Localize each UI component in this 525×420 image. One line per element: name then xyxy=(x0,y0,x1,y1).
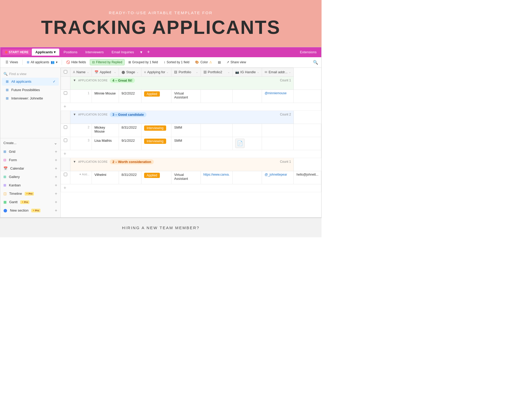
sidebar-create-grid[interactable]: ⊞ Grid + xyxy=(0,148,60,156)
sidebar-item-all-applicants[interactable]: ⊞ All applicants ✓ xyxy=(2,78,59,86)
table-row[interactable]: 1 Minnie Mouse 9/2/2022 Applied Virtual … xyxy=(61,90,321,103)
calendar-create-icon: 📅 xyxy=(3,166,8,170)
table-row[interactable]: 3 Lisa Mathis 9/1/2022 Interviewing SMM … xyxy=(61,137,321,150)
table-row[interactable]: ✦ Add... Vilhelmi 8/31/2022 Applied Virt… xyxy=(61,171,321,184)
sidebar-item-interviewer[interactable]: ⊞ Interviewer: Johnette xyxy=(2,94,59,102)
row-checkbox-cell[interactable] xyxy=(61,124,70,137)
row-height-button[interactable]: ▤ xyxy=(216,59,223,65)
add-row-cell[interactable]: + xyxy=(61,184,321,192)
row-applied: 8/31/2022 xyxy=(119,171,141,184)
applicants-table: A Name ⌄ 📅 Applied ⌄ xyxy=(61,68,321,192)
group-toggle-icon[interactable]: ▼ xyxy=(73,78,76,82)
row-checkbox-cell[interactable] xyxy=(61,137,70,150)
filter-button[interactable]: ⊟ Filtered by Replied xyxy=(90,59,125,65)
add-row-cell[interactable]: + xyxy=(61,103,321,111)
stage-col-icon: ⬤ xyxy=(122,70,125,74)
th-checkbox[interactable] xyxy=(61,68,70,76)
footer-text: HIRING A NEW TEAM MEMBER? xyxy=(5,225,316,230)
th-applying-for: ≡ Applying for ⌄ xyxy=(141,68,171,76)
tab-positions[interactable]: Positions xyxy=(60,49,81,56)
group-toggle-icon[interactable]: ▼ xyxy=(73,160,76,164)
add-row-cell[interactable]: + xyxy=(61,150,321,158)
group-count: Count 1 xyxy=(280,78,291,82)
grid-create-label: Grid xyxy=(9,150,15,154)
sidebar-create-kanban[interactable]: ⊞ Kanban + xyxy=(0,181,60,190)
portfolio2-sort-arrow: ⌄ xyxy=(228,71,230,74)
sidebar-create-calendar[interactable]: 📅 Calendar + xyxy=(0,164,60,173)
row-stage: Interviewing xyxy=(141,137,171,150)
gantt-plus-icon: + xyxy=(55,200,57,204)
tab-interviewers-label: Interviewers xyxy=(85,50,104,54)
tab-add-button[interactable]: + xyxy=(145,48,152,56)
hide-fields-button[interactable]: 🚫 Hide fields xyxy=(64,59,88,65)
table-scroll[interactable]: A Name ⌄ 📅 Applied ⌄ xyxy=(61,68,321,217)
row-checkbox[interactable] xyxy=(64,125,67,129)
stage-badge: Applied xyxy=(144,173,160,178)
color-button[interactable]: 🎨 Color ⚠ xyxy=(193,59,214,65)
gantt-create-label: Gantt xyxy=(9,200,18,204)
start-dot xyxy=(5,51,8,54)
filter-icon: ⊟ xyxy=(92,60,95,64)
row-checkbox-cell[interactable] xyxy=(61,171,70,184)
people-icon: 👥 xyxy=(51,60,55,64)
gallery-create-label: Gallery xyxy=(9,175,20,179)
add-row[interactable]: + xyxy=(61,150,321,158)
sidebar-view-all-label: All applicants xyxy=(11,80,32,83)
all-applicants-button[interactable]: ⊞ All applicants 👥 ▾ xyxy=(25,59,60,65)
sidebar-create-new-section[interactable]: ⬤ New section ✦Pro + xyxy=(0,206,60,215)
tab-applicants[interactable]: Applicants ▾ xyxy=(32,49,59,56)
search-button[interactable]: 🔍 xyxy=(313,60,318,65)
form-plus-icon: + xyxy=(55,158,57,162)
row-applying-for: Virtual Assistant xyxy=(171,171,201,184)
stage-sort-arrow: ⌄ xyxy=(136,71,139,74)
sidebar-search-label: Find a view xyxy=(9,72,27,76)
search-icon: 🔍 xyxy=(3,72,8,76)
sidebar-item-future[interactable]: ⊞ Future Possibilities xyxy=(2,86,59,94)
sidebar-create-gantt[interactable]: ▦ Gantt ✦Pro + xyxy=(0,198,60,206)
hero-section: READY-TO-USE AIRTABLE TEMPLATE FOR TRACK… xyxy=(0,0,322,47)
group-header-cell-content: ▼ APPLICATION SCORE 3 – Good candidate C… xyxy=(70,111,294,124)
all-applicants-arrow: ▾ xyxy=(56,60,57,64)
group-button[interactable]: ⊞ Grouped by 1 field xyxy=(126,59,160,65)
row-checkbox[interactable] xyxy=(64,139,67,142)
row-height-icon: ▤ xyxy=(218,60,221,64)
th-portfolio: 🖼 Portfolio ⌄ xyxy=(171,68,201,76)
row-name: Mickey Mouse xyxy=(92,124,119,137)
add-row[interactable]: + xyxy=(61,103,321,111)
sidebar-search[interactable]: 🔍 Find a view xyxy=(0,70,60,77)
group-toggle-icon[interactable]: ▼ xyxy=(73,113,76,116)
grid-icon-3: ⊞ xyxy=(5,96,9,101)
airtable-app: START HERE Applicants ▾ Positions Interv… xyxy=(0,47,322,218)
hero-subtitle: READY-TO-USE AIRTABLE TEMPLATE FOR xyxy=(5,10,316,15)
share-label: Share view xyxy=(230,60,246,64)
row-name: Minnie Mouse xyxy=(92,90,119,103)
share-view-button[interactable]: ↗ Share view xyxy=(224,59,248,65)
sidebar-create-timeline[interactable]: ◫ Timeline ✦Pro + xyxy=(0,190,60,198)
tab-more-button[interactable]: ▾ xyxy=(138,49,144,56)
row-portfolio xyxy=(201,124,232,137)
tab-email-inquiries[interactable]: Email Inquiries xyxy=(108,49,138,56)
sidebar-create[interactable]: Create... ⌄ xyxy=(0,138,60,148)
row-checkbox[interactable] xyxy=(64,173,67,176)
sidebar-create-gallery[interactable]: ⊞ Gallery + xyxy=(0,173,60,181)
row-checkbox-cell[interactable] xyxy=(61,90,70,103)
views-button[interactable]: ☰ Views xyxy=(3,59,20,65)
applying-col-icon: ≡ xyxy=(144,70,146,74)
grid-plus-icon: + xyxy=(55,149,57,154)
tab-start[interactable]: START HERE xyxy=(2,49,31,55)
row-checkbox[interactable] xyxy=(64,91,67,95)
check-icon: ✓ xyxy=(53,80,56,83)
table-row[interactable]: 2 Mickey Mouse 8/31/2022 Interviewing SM… xyxy=(61,124,321,137)
select-all-checkbox[interactable] xyxy=(64,70,67,74)
tab-extensions[interactable]: Extensions xyxy=(297,49,319,55)
row-stage: Applied xyxy=(141,90,171,103)
tab-interviewers[interactable]: Interviewers xyxy=(82,49,107,56)
sidebar-create-form[interactable]: ⊟ Form + xyxy=(0,156,60,164)
calendar-create-label: Calendar xyxy=(10,166,24,170)
table-body: ▼ APPLICATION SCORE 4 – Great fit! Count… xyxy=(61,76,321,192)
sort-button[interactable]: ↕ Sorted by 1 field xyxy=(162,59,192,65)
add-row[interactable]: + xyxy=(61,184,321,192)
th-ig-label: IG Handle xyxy=(240,70,256,74)
group-header-row: ▼ APPLICATION SCORE 3 – Good candidate C… xyxy=(61,111,321,124)
eye-icon: 🚫 xyxy=(66,60,70,64)
